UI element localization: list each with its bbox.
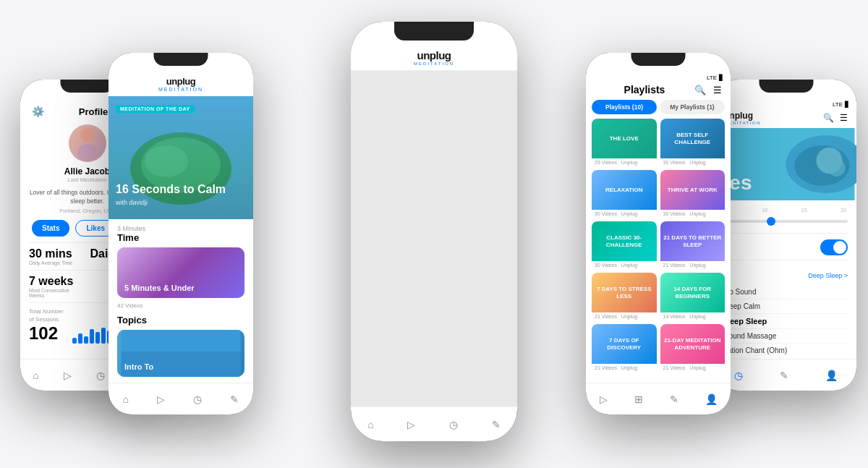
sound-link[interactable]: Deep Sleep > xyxy=(808,272,848,279)
time-card-label: 5 Minutes & Under xyxy=(124,284,195,292)
playlist-item-1[interactable]: THE LOVE 29 Videos Unplug xyxy=(592,119,657,166)
user-name: Allie Jacob xyxy=(64,166,110,176)
playlist-item-4[interactable]: THRIVE AT WORK 30 Videos Unplug xyxy=(660,170,726,218)
avatar xyxy=(69,124,106,162)
tab-all-playlists[interactable]: Playlists (10) xyxy=(592,100,657,114)
playlist-item-7[interactable]: 7 DAYS TO STRESS LESS 21 Videos Unplug xyxy=(592,273,657,320)
nav4-grid[interactable]: ⊞ xyxy=(634,393,643,405)
hero-subtitle: with davidji xyxy=(116,199,148,206)
playlists-header-icons: 🔍 ☰ xyxy=(694,85,722,95)
section-time: Time xyxy=(117,232,244,243)
playlist-item-5[interactable]: CLASSIC 30-CHALLENGE 30 Videos Unplug xyxy=(592,221,657,269)
svg-point-0 xyxy=(80,128,95,142)
nav3-play[interactable]: ▷ xyxy=(407,419,415,430)
nav4-play[interactable]: ▷ xyxy=(600,393,608,405)
nav4-profile[interactable]: 👤 xyxy=(705,393,718,405)
nav3-edit[interactable]: ✎ xyxy=(492,419,501,430)
stat-weeks-value: 7 weeks xyxy=(29,275,85,288)
nav2-edit[interactable]: ✎ xyxy=(230,393,239,405)
bar-chart xyxy=(72,322,111,344)
sleep-toggle[interactable] xyxy=(820,239,848,255)
meditation-logo: unplug meditation xyxy=(158,76,203,92)
playlist-item-9[interactable]: 7 DAYS OF DISCOVERY 21 Videos Unplug xyxy=(592,324,657,372)
nav4-edit[interactable]: ✎ xyxy=(670,393,678,405)
nav2-home[interactable]: ⌂ xyxy=(123,393,129,405)
menu-icon[interactable]: ☰ xyxy=(713,85,722,95)
settings-header-icons: 🔍 ☰ xyxy=(823,113,848,123)
phone-center: unplug meditation xyxy=(351,22,517,441)
playlist-item-6[interactable]: 21 DAYS TO BETTER SLEEP 21 Videos Unplug xyxy=(660,221,726,269)
total-value: 102 xyxy=(29,323,64,344)
nav5-edit[interactable]: ✎ xyxy=(780,370,788,381)
playlist-item-10[interactable]: 21-DAY MEDITATION ADVENTURE 21 Videos Un… xyxy=(660,324,726,372)
hero-tag: MEDITATION OF THE DAY xyxy=(116,105,195,113)
sound-list: No Sound Deep Calm Deep Sleep Sound Mass… xyxy=(715,285,856,357)
nav2-play[interactable]: ▷ xyxy=(157,393,165,405)
playlist-item-3[interactable]: RELAXATION 30 Videos Unplug xyxy=(592,170,657,218)
topic-card[interactable]: Intro To xyxy=(117,330,244,377)
center-logo: unplug meditation xyxy=(414,49,454,66)
playlist-item-8[interactable]: 14 DAYS FOR BEGINNERS 14 Videos Unplug xyxy=(660,273,726,320)
hero-banner: MEDITATION OF THE DAY 16 Seconds to Calm… xyxy=(109,96,253,219)
nav5-profile[interactable]: 👤 xyxy=(825,370,838,381)
stats-button[interactable]: Stats xyxy=(32,220,69,237)
nav-clock[interactable]: ◷ xyxy=(96,370,105,381)
svg-point-1 xyxy=(77,144,98,161)
hero-title: 16 Seconds to Calm xyxy=(116,182,246,196)
last-meditation: Last Meditation xyxy=(67,176,106,183)
topic-label: Intro To xyxy=(124,362,153,371)
time-card[interactable]: 5 Minutes & Under xyxy=(117,247,244,298)
phone-meditation: unplug meditation MEDITATION OF THE DAY xyxy=(109,53,253,414)
search-icon[interactable]: 🔍 xyxy=(694,85,706,95)
svg-point-22 xyxy=(828,159,846,176)
nav3-home[interactable]: ⌂ xyxy=(367,419,373,430)
stat-time-label: Daily Average Time xyxy=(29,260,85,265)
tab-my-playlists[interactable]: My Playlists (1) xyxy=(660,100,725,114)
stat-time-value: 30 mins xyxy=(29,247,85,260)
topics-label: Topics xyxy=(117,315,244,326)
time-card-count: 42 Videos xyxy=(117,302,244,309)
nav-home[interactable]: ⌂ xyxy=(33,370,38,381)
nav2-clock[interactable]: ◷ xyxy=(193,393,202,405)
playlist-item-2[interactable]: BEST SELF CHALLENGE 30 Videos Unplug xyxy=(660,119,726,166)
nav3-clock[interactable]: ◷ xyxy=(449,419,458,430)
svg-point-5 xyxy=(145,145,188,177)
stat-weeks-label: Most Consecutive Weeks xyxy=(29,288,85,298)
profile-title-text: Profile xyxy=(79,106,108,117)
total-label: Total Numberof Sessions xyxy=(29,307,64,323)
nav-play[interactable]: ▷ xyxy=(64,370,72,381)
settings-search-icon[interactable]: 🔍 xyxy=(823,113,834,123)
phone-playlists: LTE ▊ Playlists 🔍 ☰ Playlists (10) xyxy=(586,53,731,414)
time-label: 3 Minutes xyxy=(117,225,244,232)
phone-settings: LTE ▊ unplug meditation 🔍 ☰ xyxy=(715,80,856,391)
gear-btn[interactable]: ⚙️ xyxy=(32,106,44,117)
scene: ⚙️ Profile Allie Jacob Last Meditation xyxy=(0,0,868,468)
settings-menu-icon[interactable]: ☰ xyxy=(840,113,848,123)
settings-hero: tes xyxy=(715,128,856,200)
nav5-clock[interactable]: ◷ xyxy=(734,370,743,381)
playlists-title: Playlists xyxy=(624,84,665,95)
